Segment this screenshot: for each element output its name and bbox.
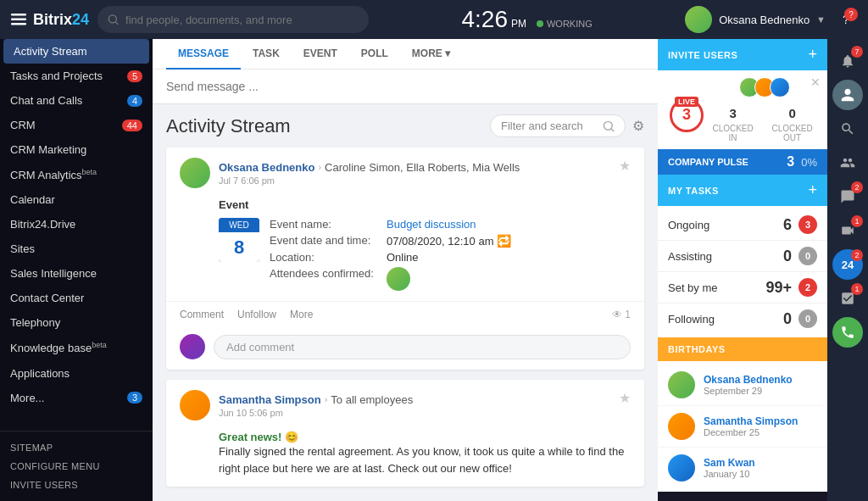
tab-poll[interactable]: POLL xyxy=(349,39,400,70)
avatar xyxy=(685,6,712,33)
tasks-button[interactable]: 1 xyxy=(832,283,863,314)
sidebar-item-chat[interactable]: Chat and Calls 4 xyxy=(0,88,153,113)
card-body-2: Great news! 😊 Finally signed the rental … xyxy=(166,427,644,487)
user-info[interactable]: Oksana Bednenko ▼ xyxy=(685,6,826,33)
stream-card: Oksana Bednenko › Caroline Simon, Ella R… xyxy=(166,148,644,370)
sidebar-item-label: More... xyxy=(10,392,44,404)
views-count: 1 xyxy=(625,309,631,320)
task-count: 0 xyxy=(783,310,792,328)
sidebar-item-applications[interactable]: Applications xyxy=(0,361,153,386)
cal-weekday: WED xyxy=(219,218,259,232)
tab-task[interactable]: TASK xyxy=(241,39,292,70)
tab-event[interactable]: EVENT xyxy=(292,39,349,70)
card-recipients-2: To all employees xyxy=(331,393,413,406)
svg-point-3 xyxy=(108,15,116,23)
pulse-widget: COMPANY PULSE 3 0% xyxy=(658,149,827,175)
sidebar-item-knowledge-base[interactable]: Knowledge basebeta xyxy=(0,335,153,360)
crm-button[interactable] xyxy=(832,80,863,110)
help-button[interactable]: ? ? xyxy=(832,6,860,33)
sitemap-link[interactable]: SITEMAP xyxy=(0,438,153,457)
compose-tabs: MESSAGE TASK EVENT POLL MORE ▾ xyxy=(153,39,658,70)
sidebar-item-crm[interactable]: CRM 44 xyxy=(0,113,153,137)
sidebar-badge: 44 xyxy=(122,120,142,131)
configure-menu-link[interactable]: CONFIGURE MENU xyxy=(0,457,153,476)
sidebar-item-label: Chat and Calls xyxy=(10,94,82,107)
settings-button[interactable]: ⚙ xyxy=(632,118,644,134)
stream-title: Activity Stream xyxy=(166,115,291,137)
pulse-pct: 0% xyxy=(801,156,817,169)
task-label: Following xyxy=(668,313,783,326)
invite-users-link[interactable]: INVITE USERS xyxy=(0,476,153,494)
sidebar-item-sites[interactable]: Sites xyxy=(0,237,153,261)
birthday-row-samantha: Samantha Simpson December 25 xyxy=(658,406,827,448)
author-name-2[interactable]: Samantha Simpson xyxy=(219,393,321,406)
sidebar-item-crm-analytics[interactable]: CRM Analyticsbeta xyxy=(0,162,153,187)
sidebar-item-contact-center[interactable]: Contact Center xyxy=(0,286,153,310)
video-button[interactable]: 1 xyxy=(832,215,863,246)
sidebar: Activity Stream Tasks and Projects 5 Cha… xyxy=(0,39,153,501)
author-name[interactable]: Oksana Bednenko xyxy=(219,161,314,174)
card-name-line: Oksana Bednenko › Caroline Simon, Ella R… xyxy=(219,161,520,174)
sidebar-item-activity-stream[interactable]: Activity Stream xyxy=(3,39,149,64)
sidebar-item-label: Sales Intelligence xyxy=(10,267,97,280)
clock-area: 4:26 PM WORKING xyxy=(377,6,676,33)
task-badge: 2 xyxy=(798,278,817,297)
sidebar-item-drive[interactable]: Bitrix24.Drive xyxy=(0,212,153,237)
birthday-name-2[interactable]: Samantha Simpson xyxy=(704,415,817,427)
star-icon-2[interactable]: ★ xyxy=(619,390,631,406)
filter-box[interactable]: Filter and search xyxy=(490,114,626,137)
search-input[interactable] xyxy=(125,14,359,26)
author-avatar-2 xyxy=(180,390,210,420)
tab-more[interactable]: MORE ▾ xyxy=(400,39,462,70)
chat-button[interactable]: 2 xyxy=(832,181,863,212)
clocked-out-info: 0 CLOCKED OUT xyxy=(765,106,819,142)
card-views: 👁 1 xyxy=(612,309,631,320)
notifications-button[interactable]: 7 xyxy=(832,46,863,76)
search-icon xyxy=(603,120,615,132)
close-live-button[interactable]: ✕ xyxy=(810,75,821,89)
event-name-value[interactable]: Budget discussion xyxy=(387,218,476,231)
help-badge: ? xyxy=(844,8,858,21)
phone-button[interactable] xyxy=(832,317,863,348)
svg-rect-1 xyxy=(11,19,26,21)
unfollow-action[interactable]: Unfollow xyxy=(237,309,276,320)
sidebar-item-more[interactable]: More... 3 xyxy=(0,386,153,410)
contacts-button[interactable] xyxy=(832,148,863,178)
card-header: Oksana Bednenko › Caroline Simon, Ella R… xyxy=(166,148,644,195)
sidebar-item-telephony[interactable]: Telephony xyxy=(0,310,153,335)
task-count: 99+ xyxy=(765,279,792,297)
search-button[interactable] xyxy=(832,114,863,144)
author-avatar xyxy=(180,158,210,188)
tab-message[interactable]: MESSAGE xyxy=(166,39,241,70)
menu-icon[interactable] xyxy=(8,9,29,30)
message-input[interactable] xyxy=(166,80,644,93)
search-bar[interactable] xyxy=(97,6,369,33)
birthday-row-sam: Sam Kwan January 10 xyxy=(658,448,827,488)
tasks-badge: 1 xyxy=(851,283,863,295)
notifications-badge: 7 xyxy=(851,46,863,58)
sidebar-item-sales[interactable]: Sales Intelligence xyxy=(0,261,153,286)
clocked-out-count: 0 xyxy=(765,106,819,120)
comment-avatar xyxy=(180,334,205,359)
tasks-add-button[interactable]: + xyxy=(808,181,817,199)
sidebar-item-tasks[interactable]: Tasks and Projects 5 xyxy=(0,64,153,88)
comment-input[interactable]: Add comment xyxy=(214,335,631,359)
birthday-name[interactable]: Oksana Bednenko xyxy=(704,374,817,386)
sidebar-item-calendar[interactable]: Calendar xyxy=(0,187,153,212)
comment-action[interactable]: Comment xyxy=(180,309,224,320)
svg-rect-0 xyxy=(11,14,26,16)
sidebar-badge: 3 xyxy=(127,392,142,404)
sidebar-item-crm-marketing[interactable]: CRM Marketing xyxy=(0,137,153,162)
event-name-field: Event name: Budget discussion xyxy=(270,218,511,231)
sidebar-footer: SITEMAP CONFIGURE MENU INVITE USERS xyxy=(0,431,153,501)
birthday-name-3[interactable]: Sam Kwan xyxy=(704,457,817,469)
event-date-value: 07/08/2020, 12:10 am 🔁 xyxy=(387,234,511,248)
event-fields: Event name: Budget discussion Event date… xyxy=(270,218,511,291)
pulse-label: COMPANY PULSE xyxy=(668,157,780,167)
logo[interactable]: Bitrix24 xyxy=(8,9,89,30)
invite-add-button[interactable]: + xyxy=(808,46,817,64)
bitrix24-button[interactable]: 24 2 xyxy=(832,249,863,280)
working-status[interactable]: WORKING xyxy=(537,19,593,29)
star-icon[interactable]: ★ xyxy=(619,158,631,174)
more-action[interactable]: More xyxy=(290,309,313,320)
